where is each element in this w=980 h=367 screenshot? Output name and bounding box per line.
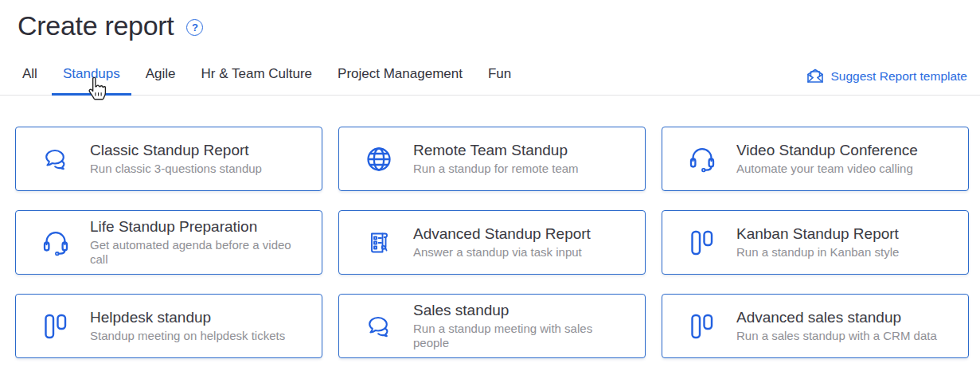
task-form-icon <box>364 228 394 258</box>
kanban-icon <box>687 311 717 342</box>
headset-icon <box>687 144 717 174</box>
card-title: Life Standup Preparation <box>90 218 307 236</box>
card-subtitle: Run a standup in Kanban style <box>736 245 899 260</box>
page-header: Create report ? <box>0 0 980 41</box>
card-title: Advanced Standup Report <box>413 225 591 243</box>
card-subtitle: Automate your team video calling <box>736 162 918 176</box>
card-advanced-sales-standup[interactable]: Advanced sales standup Run a sales stand… <box>662 294 969 358</box>
card-subtitle: Answer a standup via task input <box>413 245 591 260</box>
card-life-standup-preparation[interactable]: Life Standup Preparation Get automated a… <box>15 210 322 275</box>
card-title: Sales standup <box>413 302 631 319</box>
card-subtitle: Run classic 3-questions standup <box>90 162 262 176</box>
tab-project-management[interactable]: Project Management <box>326 66 474 95</box>
tab-agile[interactable]: Agile <box>135 66 187 95</box>
tab-hr-team-culture[interactable]: Hr & Team Culture <box>190 66 324 95</box>
card-subtitle: Get automated agenda before a video call <box>90 238 307 267</box>
category-tabbar: All Standups Agile Hr & Team Culture Pro… <box>0 59 980 96</box>
suggest-report-template-link[interactable]: Suggest Report template <box>806 68 967 84</box>
card-title: Helpdesk standup <box>90 309 285 326</box>
card-sales-standup[interactable]: Sales standup Run a standup meeting with… <box>338 294 646 358</box>
card-title: Kanban Standup Report <box>736 225 899 243</box>
card-remote-team-standup[interactable]: Remote Team Standup Run a standup for re… <box>338 127 646 191</box>
headset-icon <box>41 228 71 258</box>
card-classic-standup-report[interactable]: Classic Standup Report Run classic 3-que… <box>15 127 322 191</box>
card-helpdesk-standup[interactable]: Helpdesk standup Standup meeting on help… <box>15 294 322 358</box>
report-template-grid: Classic Standup Report Run classic 3-que… <box>15 127 969 358</box>
card-subtitle: Run a sales standup with a CRM data <box>736 329 937 343</box>
card-title: Video Standup Conference <box>736 142 918 159</box>
card-title: Remote Team Standup <box>413 142 579 159</box>
card-subtitle: Run a standup for remote team <box>413 162 579 176</box>
kanban-icon <box>41 311 71 342</box>
kanban-icon <box>687 228 717 258</box>
tab-fun[interactable]: Fun <box>477 66 522 95</box>
page-title: Create report <box>18 10 174 41</box>
card-kanban-standup-report[interactable]: Kanban Standup Report Run a standup in K… <box>662 210 969 275</box>
suggest-link-label: Suggest Report template <box>831 69 967 84</box>
card-title: Advanced sales standup <box>736 309 937 326</box>
tab-standups[interactable]: Standups <box>52 66 131 95</box>
card-video-standup-conference[interactable]: Video Standup Conference Automate your t… <box>662 127 969 191</box>
card-subtitle: Standup meeting on helpdesk tickets <box>90 329 285 343</box>
help-icon[interactable]: ? <box>186 19 203 36</box>
envelope-open-icon <box>806 68 824 84</box>
tab-all[interactable]: All <box>11 66 49 95</box>
chat-bubbles-icon <box>364 311 394 342</box>
globe-icon <box>364 144 394 174</box>
card-advanced-standup-report[interactable]: Advanced Standup Report Answer a standup… <box>338 210 646 275</box>
card-title: Classic Standup Report <box>90 142 262 159</box>
card-subtitle: Run a standup meeting with sales people <box>413 322 631 350</box>
chat-bubbles-icon <box>41 144 71 174</box>
